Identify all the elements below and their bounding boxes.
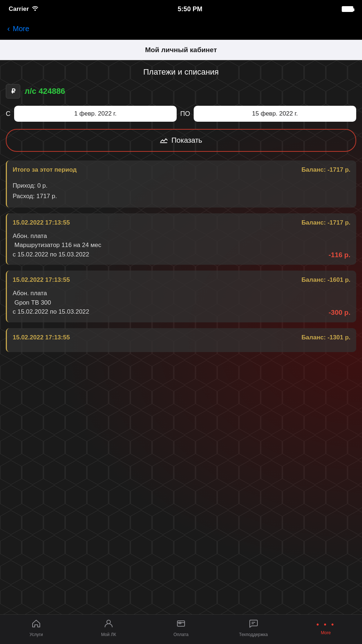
transaction-card-1: 15.02.2022 17:13:55 Баланс: -1717 р. Або… <box>6 213 356 265</box>
transaction-1-description: Абон. плата Маршрутизатор 116 на 24 месс… <box>13 231 101 259</box>
tab-support-icon <box>249 619 258 631</box>
tab-more-label: More <box>321 630 331 635</box>
tab-services[interactable]: Услуги <box>0 619 72 637</box>
page-title: Мой личный кабинет <box>145 46 217 54</box>
transaction-1-header: 15.02.2022 17:13:55 Баланс: -1717 р. <box>13 219 350 226</box>
transaction-1-amount: -116 р. <box>329 251 350 259</box>
transaction-card-2: 15.02.2022 17:13:55 Баланс: -1601 р. Або… <box>6 271 356 322</box>
date-from-label: С <box>6 110 10 118</box>
battery-indicator <box>342 6 353 12</box>
transaction-2-balance: Баланс: -1601 р. <box>302 276 350 284</box>
transaction-3-date: 15.02.2022 17:13:55 <box>13 334 70 341</box>
tab-support-label: Техподдержка <box>239 632 268 637</box>
carrier-wifi: Carrier <box>9 5 38 13</box>
back-chevron-icon: ‹ <box>7 24 10 34</box>
transaction-1-balance: Баланс: -1717 р. <box>302 219 350 226</box>
svg-point-1 <box>107 620 110 624</box>
back-button[interactable]: ‹ More <box>7 24 29 34</box>
tab-bar: Услуги Мой ЛК Оплата Те <box>0 614 362 644</box>
wifi-icon <box>32 5 38 13</box>
tab-mylk-icon <box>104 619 113 631</box>
status-bar: Carrier 5:50 PM <box>0 0 362 18</box>
battery-icon <box>342 6 353 12</box>
tab-mylk[interactable]: Мой ЛК <box>72 619 145 637</box>
transaction-2-body: Абон. плата Gpon ТВ 300с 15.02.2022 по 1… <box>13 289 350 317</box>
status-time: 5:50 PM <box>178 5 202 13</box>
transaction-3-balance: Баланс: -1301 р. <box>302 334 350 341</box>
account-number: л/с 424886 <box>25 87 65 96</box>
ruble-icon: ₽ <box>6 84 20 99</box>
date-to-label: ПО <box>180 110 190 118</box>
summary-header: Итого за этот период Баланс: -1717 р. <box>13 166 350 176</box>
tab-support[interactable]: Техподдержка <box>217 619 290 637</box>
date-from-input[interactable] <box>14 106 177 122</box>
show-button[interactable]: Показать <box>6 129 356 152</box>
main-content: Платежи и списания ₽ л/с 424886 С ПО Пок… <box>0 60 362 614</box>
tab-mylk-label: Мой ЛК <box>101 632 116 637</box>
section-title: Платежи и списания <box>6 67 356 77</box>
transaction-3-header: 15.02.2022 17:13:55 Баланс: -1301 р. <box>13 334 350 341</box>
transaction-1-date: 15.02.2022 17:13:55 <box>13 219 70 226</box>
carrier-label: Carrier <box>9 5 29 13</box>
svg-point-0 <box>34 9 36 11</box>
transaction-card-3: 15.02.2022 17:13:55 Баланс: -1301 р. <box>6 328 356 352</box>
tab-payment-label: Оплата <box>173 632 188 637</box>
content-area: Платежи и списания ₽ л/с 424886 С ПО Пок… <box>0 60 362 365</box>
summary-balance: Баланс: -1717 р. <box>302 166 350 176</box>
tab-more-icon: • • • <box>316 620 335 629</box>
tab-more[interactable]: • • • More <box>290 620 362 635</box>
show-button-icon <box>160 135 168 145</box>
summary-expense: Расход: 1717 р. <box>13 191 350 202</box>
tab-services-icon <box>31 619 41 631</box>
date-to-input[interactable] <box>194 106 356 122</box>
tab-payment[interactable]: Оплата <box>145 619 217 637</box>
transaction-2-description: Абон. плата Gpon ТВ 300с 15.02.2022 по 1… <box>13 289 89 317</box>
nav-bar: ‹ More <box>0 18 362 40</box>
account-section: ₽ л/с 424886 <box>6 84 356 99</box>
transaction-2-amount: -300 р. <box>329 309 350 317</box>
tab-payment-icon <box>176 619 186 631</box>
page-header: Мой личный кабинет <box>0 40 362 60</box>
date-range-row: С ПО <box>6 106 356 122</box>
summary-card: Итого за этот период Баланс: -1717 р. Пр… <box>6 160 356 208</box>
summary-income: Приход: 0 р. <box>13 181 350 191</box>
summary-title: Итого за этот период <box>13 166 77 173</box>
ruble-symbol: ₽ <box>11 87 15 95</box>
summary-details: Приход: 0 р. Расход: 1717 р. <box>13 181 350 202</box>
tab-services-label: Услуги <box>30 632 43 637</box>
transaction-2-date: 15.02.2022 17:13:55 <box>13 276 70 284</box>
show-button-label: Показать <box>171 136 202 145</box>
transaction-2-header: 15.02.2022 17:13:55 Баланс: -1601 р. <box>13 276 350 284</box>
transaction-1-body: Абон. плата Маршрутизатор 116 на 24 месс… <box>13 231 350 259</box>
back-label: More <box>13 25 29 33</box>
